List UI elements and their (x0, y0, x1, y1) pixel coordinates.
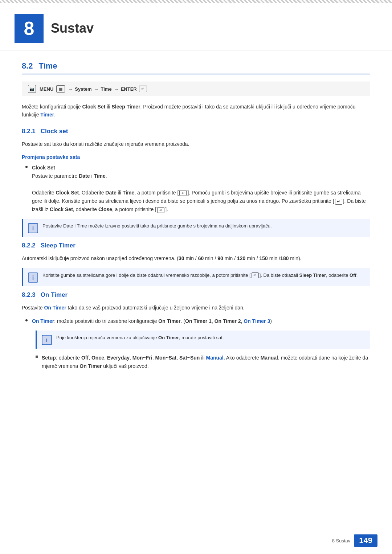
footer-chapter-label: 8 Sustav (332, 538, 351, 543)
chapter-header: 8 Sustav (0, 3, 392, 50)
note-text-clock-set: Postavke Date i Time možete izravno post… (42, 222, 272, 230)
arrow-1: → (68, 86, 73, 92)
clock-set-bullet-list: Clock Set Postavite parametre Date i Tim… (22, 164, 370, 214)
menu-path-bar: 📷 MENU ▦ → System → Time → ENTER ↵ (22, 82, 370, 96)
subsection-8-2-1-body: Postavite sat tako da koristi različite … (22, 140, 370, 148)
bullet-dot (25, 166, 28, 168)
arrow-2: → (94, 86, 99, 92)
bullet-dot-on-timer (25, 319, 28, 321)
clock-set-label: Clock Set (32, 165, 55, 171)
on-timer-sub-list: Setup: odaberite Off, Once, Everyday, Mo… (32, 354, 370, 370)
note-text-sleep-timer: Koristite gumbe sa strelicama gore i dol… (42, 272, 358, 279)
menu-label: MENU (40, 86, 53, 92)
note-text-on-timer: Prije korištenja mjerača vremena za uklj… (56, 334, 224, 342)
subsection-8-2-2-body: Automatski isključuje proizvod nakon una… (22, 254, 370, 263)
note-icon-2: i (28, 272, 38, 283)
subsection-heading-8-2-2: 8.2.2 Sleep Timer (22, 242, 370, 249)
svg-text:i: i (32, 225, 34, 231)
enter-label: ENTER (121, 86, 137, 92)
section-heading-8-2: 8.2 Time (22, 61, 370, 74)
footer-page-number: 149 (354, 534, 377, 547)
subsection-heading-8-2-3: 8.2.3 On Timer (22, 291, 370, 299)
list-item-setup: Setup: odaberite Off, Once, Everyday, Mo… (36, 354, 370, 370)
section-title: Time (39, 61, 57, 71)
enter-icon: ↵ (139, 86, 147, 92)
note-icon-1: i (28, 223, 38, 233)
list-item: Clock Set Postavite parametre Date i Tim… (25, 164, 370, 214)
top-decorative-bar (0, 0, 392, 3)
svg-text:i: i (46, 337, 48, 343)
subsection-heading-8-2-1: 8.2.1 Clock set (22, 128, 370, 135)
grid-icon: ▦ (56, 85, 65, 93)
subsection-num-8-2-1: 8.2.1 (22, 128, 36, 135)
note-box-on-timer: i Prije korištenja mjerača vremena za uk… (36, 331, 370, 349)
subsection-title-8-2-2: Sleep Timer (41, 242, 75, 249)
enter-inline-2: ↵ (335, 199, 342, 205)
main-content: 8.2 Time 📷 MENU ▦ → System → Time → ENTE… (0, 54, 392, 399)
arrow-3: → (114, 86, 119, 92)
clock-set-desc-1: Postavite parametre Date i Time. (32, 173, 107, 179)
note-box-clock-set: i Postavke Date i Time možete izravno po… (22, 219, 370, 237)
system-label: System (75, 86, 91, 92)
svg-text:i: i (32, 275, 34, 281)
time-label: Time (101, 86, 112, 92)
on-timer-main-text: On Timer: možete postaviti do tri zasebn… (32, 318, 272, 324)
clock-set-desc-2: Odaberite Clock Set. Odaberite Date ili … (32, 190, 366, 212)
clock-set-item-content: Clock Set Postavite parametre Date i Tim… (32, 164, 370, 214)
enter-inline-3: ↵ (157, 207, 164, 213)
enter-inline-1: ↵ (179, 190, 187, 196)
note-icon-3: i (42, 335, 52, 345)
chapter-title: Sustav (51, 21, 94, 36)
on-timer-bullet-list: On Timer: možete postaviti do tri zasebn… (22, 317, 370, 373)
enter-inline-4: ↵ (252, 272, 259, 278)
subsection-8-2-3-body: Postavite On Timer tako da se vaš proizv… (22, 304, 370, 312)
list-item-on-timer: On Timer: možete postaviti do tri zasebn… (25, 317, 370, 373)
on-timer-content: On Timer: možete postaviti do tri zasebn… (32, 317, 370, 373)
section-number: 8.2 (22, 61, 33, 71)
chapter-number: 8 (15, 14, 44, 43)
square-dot-setup (36, 356, 38, 358)
setup-content: Setup: odaberite Off, Once, Everyday, Mo… (42, 354, 370, 370)
on-timer-note-wrapper: i Prije korištenja mjerača vremena za uk… (32, 331, 370, 349)
subsection-title-8-2-1: Clock set (41, 128, 68, 135)
remote-icon: 📷 (28, 85, 36, 93)
subsection-num-8-2-3: 8.2.3 (22, 291, 36, 299)
subsection-title-8-2-3: On Timer (41, 291, 68, 299)
note-box-sleep-timer: i Koristite gumbe sa strelicama gore i d… (22, 268, 370, 286)
subsection-num-8-2-2: 8.2.2 (22, 242, 36, 249)
intro-paragraph: Možete konfigurirati opcije Clock Set il… (22, 103, 370, 119)
subsubsection-promjena: Promjena postavke sata (22, 154, 370, 160)
page-footer: 8 Sustav 149 (332, 534, 377, 547)
